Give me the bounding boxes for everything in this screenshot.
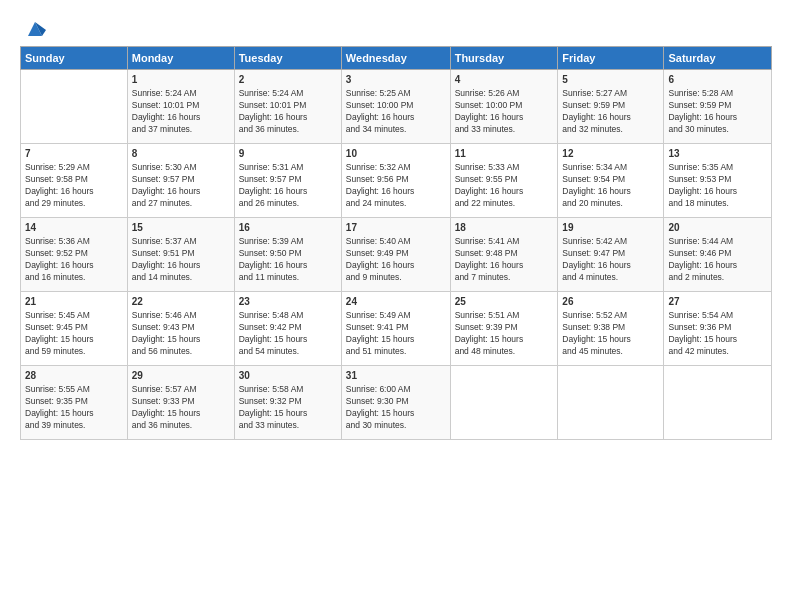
day-number: 27: [668, 295, 767, 309]
day-info: Sunset: 10:00 PM: [455, 100, 554, 112]
day-info: and 34 minutes.: [346, 124, 446, 136]
calendar-cell: 26Sunrise: 5:52 AMSunset: 9:38 PMDayligh…: [558, 292, 664, 366]
day-info: Daylight: 16 hours: [562, 112, 659, 124]
day-info: Sunset: 9:42 PM: [239, 322, 337, 334]
day-info: Sunrise: 5:26 AM: [455, 88, 554, 100]
day-info: and 42 minutes.: [668, 346, 767, 358]
day-info: and 36 minutes.: [239, 124, 337, 136]
day-info: Sunset: 9:43 PM: [132, 322, 230, 334]
calendar-week-row-1: 7Sunrise: 5:29 AMSunset: 9:58 PMDaylight…: [21, 144, 772, 218]
calendar-cell: 22Sunrise: 5:46 AMSunset: 9:43 PMDayligh…: [127, 292, 234, 366]
day-info: Sunset: 9:58 PM: [25, 174, 123, 186]
day-info: Daylight: 16 hours: [668, 112, 767, 124]
day-info: and 56 minutes.: [132, 346, 230, 358]
day-info: Sunrise: 5:45 AM: [25, 310, 123, 322]
calendar-cell: 29Sunrise: 5:57 AMSunset: 9:33 PMDayligh…: [127, 366, 234, 440]
day-info: Sunrise: 5:37 AM: [132, 236, 230, 248]
calendar-cell: 14Sunrise: 5:36 AMSunset: 9:52 PMDayligh…: [21, 218, 128, 292]
calendar-cell: 27Sunrise: 5:54 AMSunset: 9:36 PMDayligh…: [664, 292, 772, 366]
calendar-cell: 24Sunrise: 5:49 AMSunset: 9:41 PMDayligh…: [341, 292, 450, 366]
day-info: Sunrise: 5:25 AM: [346, 88, 446, 100]
day-info: Daylight: 16 hours: [239, 112, 337, 124]
day-info: Sunrise: 5:40 AM: [346, 236, 446, 248]
day-info: and 59 minutes.: [25, 346, 123, 358]
calendar-header-thursday: Thursday: [450, 47, 558, 70]
day-info: Daylight: 16 hours: [132, 260, 230, 272]
calendar-header-wednesday: Wednesday: [341, 47, 450, 70]
day-number: 12: [562, 147, 659, 161]
day-info: Sunrise: 5:55 AM: [25, 384, 123, 396]
calendar-week-row-2: 14Sunrise: 5:36 AMSunset: 9:52 PMDayligh…: [21, 218, 772, 292]
day-info: Sunset: 10:00 PM: [346, 100, 446, 112]
calendar-cell: 1Sunrise: 5:24 AMSunset: 10:01 PMDayligh…: [127, 70, 234, 144]
calendar-header-sunday: Sunday: [21, 47, 128, 70]
day-number: 19: [562, 221, 659, 235]
day-info: Sunrise: 5:28 AM: [668, 88, 767, 100]
calendar-cell: 23Sunrise: 5:48 AMSunset: 9:42 PMDayligh…: [234, 292, 341, 366]
calendar-cell: 21Sunrise: 5:45 AMSunset: 9:45 PMDayligh…: [21, 292, 128, 366]
calendar-cell: 5Sunrise: 5:27 AMSunset: 9:59 PMDaylight…: [558, 70, 664, 144]
day-info: Sunrise: 5:58 AM: [239, 384, 337, 396]
day-info: Sunset: 9:39 PM: [455, 322, 554, 334]
calendar-header-monday: Monday: [127, 47, 234, 70]
day-info: Sunset: 9:46 PM: [668, 248, 767, 260]
day-info: Sunrise: 5:27 AM: [562, 88, 659, 100]
day-info: and 16 minutes.: [25, 272, 123, 284]
day-info: Sunrise: 5:52 AM: [562, 310, 659, 322]
day-info: Sunrise: 5:32 AM: [346, 162, 446, 174]
day-info: and 37 minutes.: [132, 124, 230, 136]
day-number: 8: [132, 147, 230, 161]
day-number: 4: [455, 73, 554, 87]
day-info: Sunset: 9:32 PM: [239, 396, 337, 408]
calendar-week-row-4: 28Sunrise: 5:55 AMSunset: 9:35 PMDayligh…: [21, 366, 772, 440]
calendar-cell: 15Sunrise: 5:37 AMSunset: 9:51 PMDayligh…: [127, 218, 234, 292]
day-info: and 22 minutes.: [455, 198, 554, 210]
day-info: Daylight: 15 hours: [455, 334, 554, 346]
day-info: Sunset: 9:52 PM: [25, 248, 123, 260]
day-number: 11: [455, 147, 554, 161]
day-info: Daylight: 16 hours: [346, 112, 446, 124]
day-info: Sunrise: 5:34 AM: [562, 162, 659, 174]
day-info: Daylight: 16 hours: [668, 186, 767, 198]
day-info: Sunrise: 5:51 AM: [455, 310, 554, 322]
day-info: Daylight: 16 hours: [239, 260, 337, 272]
day-info: and 9 minutes.: [346, 272, 446, 284]
day-info: and 33 minutes.: [455, 124, 554, 136]
day-info: and 30 minutes.: [668, 124, 767, 136]
day-info: Sunrise: 5:24 AM: [239, 88, 337, 100]
day-info: and 11 minutes.: [239, 272, 337, 284]
day-info: Sunrise: 5:42 AM: [562, 236, 659, 248]
day-info: and 4 minutes.: [562, 272, 659, 284]
calendar-cell: [21, 70, 128, 144]
day-info: and 36 minutes.: [132, 420, 230, 432]
day-number: 22: [132, 295, 230, 309]
day-number: 21: [25, 295, 123, 309]
day-info: Daylight: 16 hours: [132, 112, 230, 124]
calendar-cell: 30Sunrise: 5:58 AMSunset: 9:32 PMDayligh…: [234, 366, 341, 440]
day-info: Sunset: 9:59 PM: [562, 100, 659, 112]
calendar-cell: 6Sunrise: 5:28 AMSunset: 9:59 PMDaylight…: [664, 70, 772, 144]
day-info: and 30 minutes.: [346, 420, 446, 432]
day-info: Sunrise: 5:39 AM: [239, 236, 337, 248]
day-info: and 32 minutes.: [562, 124, 659, 136]
day-info: Sunrise: 5:54 AM: [668, 310, 767, 322]
calendar-cell: 16Sunrise: 5:39 AMSunset: 9:50 PMDayligh…: [234, 218, 341, 292]
calendar-cell: [664, 366, 772, 440]
day-number: 17: [346, 221, 446, 235]
day-info: Sunset: 9:47 PM: [562, 248, 659, 260]
day-number: 13: [668, 147, 767, 161]
calendar-cell: 18Sunrise: 5:41 AMSunset: 9:48 PMDayligh…: [450, 218, 558, 292]
day-number: 24: [346, 295, 446, 309]
day-info: Sunset: 9:56 PM: [346, 174, 446, 186]
day-info: Sunset: 9:59 PM: [668, 100, 767, 112]
day-info: Sunset: 9:55 PM: [455, 174, 554, 186]
day-info: Sunset: 9:57 PM: [132, 174, 230, 186]
day-info: Sunrise: 5:44 AM: [668, 236, 767, 248]
day-info: Sunrise: 5:29 AM: [25, 162, 123, 174]
day-info: and 39 minutes.: [25, 420, 123, 432]
day-info: Daylight: 15 hours: [562, 334, 659, 346]
day-info: Daylight: 15 hours: [239, 408, 337, 420]
day-info: Sunset: 9:30 PM: [346, 396, 446, 408]
calendar-cell: 11Sunrise: 5:33 AMSunset: 9:55 PMDayligh…: [450, 144, 558, 218]
day-info: and 18 minutes.: [668, 198, 767, 210]
